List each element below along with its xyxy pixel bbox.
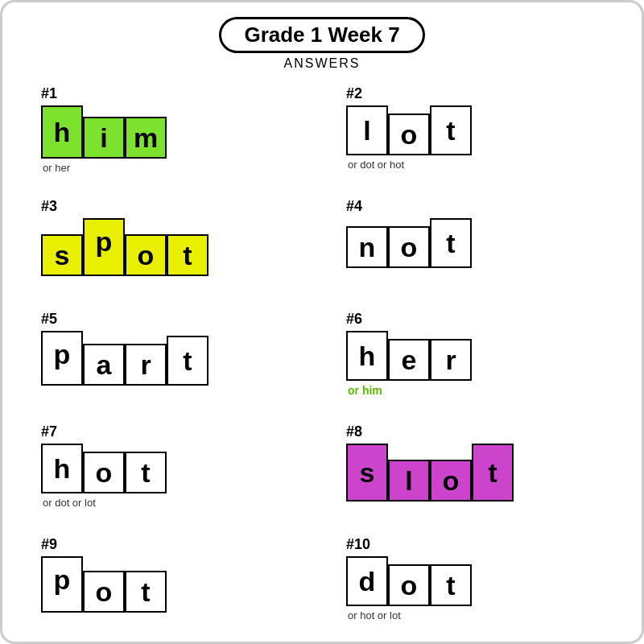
answer-cell-7: #7hotor dot or lot <box>17 417 322 530</box>
letter-box: t <box>430 105 472 155</box>
item-number-4: #4 <box>346 198 362 215</box>
answer-cell-8: #8slot <box>322 417 627 530</box>
header: Grade 1 Week 7 ANSWERS <box>17 17 627 71</box>
item-number-2: #2 <box>346 85 362 102</box>
letter-box: t <box>430 564 472 606</box>
letter-box: p <box>83 218 125 276</box>
word-row-7: hot <box>41 444 167 493</box>
title: Grade 1 Week 7 <box>219 17 424 53</box>
letter-box: m <box>125 117 167 159</box>
letter-box: o <box>83 452 125 493</box>
word-row-3: spot <box>41 218 208 276</box>
answers-grid: #1himor her#2lotor dot or hot#3spot#4not… <box>17 79 627 642</box>
answer-cell-9: #9pot <box>17 530 322 642</box>
word-row-8: slot <box>346 444 514 502</box>
letter-box: o <box>388 226 430 268</box>
letter-box: l <box>346 105 388 155</box>
letter-box: h <box>41 444 83 493</box>
letter-box: d <box>346 556 388 606</box>
word-row-10: dot <box>346 556 472 606</box>
letter-box: l <box>388 460 430 502</box>
letter-box: t <box>125 571 167 613</box>
word-row-5: part <box>41 331 208 386</box>
letter-box: r <box>430 339 472 381</box>
answer-cell-1: #1himor her <box>17 79 322 192</box>
letter-box: a <box>83 344 125 386</box>
letter-box: p <box>41 331 83 386</box>
item-number-3: #3 <box>41 198 57 215</box>
answer-cell-3: #3spot <box>17 192 322 304</box>
title-text: Grade 1 Week 7 <box>244 23 399 47</box>
letter-box: t <box>167 234 208 276</box>
answer-cell-4: #4not <box>322 192 627 304</box>
letter-box: o <box>388 564 430 606</box>
letter-box: r <box>125 344 167 386</box>
letter-box: s <box>346 444 388 502</box>
subtitle: ANSWERS <box>17 56 627 71</box>
alt-text-6: or him <box>346 384 382 397</box>
item-number-1: #1 <box>41 85 57 102</box>
letter-box: o <box>388 114 430 155</box>
letter-box: t <box>125 452 167 493</box>
item-number-10: #10 <box>346 536 370 553</box>
word-row-4: not <box>346 218 472 268</box>
item-number-7: #7 <box>41 423 57 440</box>
word-row-2: lot <box>346 105 472 155</box>
letter-box: h <box>41 105 83 159</box>
letter-box: e <box>388 339 430 381</box>
item-number-6: #6 <box>346 311 362 328</box>
letter-box: t <box>167 336 208 386</box>
letter-box: s <box>41 234 83 276</box>
answer-cell-2: #2lotor dot or hot <box>322 79 627 192</box>
word-row-9: pot <box>41 556 167 613</box>
item-number-8: #8 <box>346 423 362 440</box>
letter-box: t <box>472 444 514 502</box>
letter-box: o <box>83 571 125 613</box>
letter-box: t <box>430 218 472 268</box>
item-number-5: #5 <box>41 311 57 328</box>
answer-cell-6: #6heror him <box>322 304 627 417</box>
answer-cell-10: #10dotor hot or lot <box>322 530 627 642</box>
alt-text-1: or her <box>41 162 70 174</box>
word-row-6: her <box>346 331 472 381</box>
word-row-1: him <box>41 105 167 159</box>
letter-box: i <box>83 117 125 159</box>
answer-cell-5: #5part <box>17 304 322 417</box>
page: Grade 1 Week 7 ANSWERS #1himor her#2loto… <box>0 0 644 644</box>
letter-box: n <box>346 226 388 268</box>
alt-text-7: or dot or lot <box>41 497 96 509</box>
alt-text-10: or hot or lot <box>346 609 401 621</box>
letter-box: p <box>41 556 83 613</box>
letter-box: o <box>430 460 472 502</box>
letter-box: o <box>125 234 167 276</box>
letter-box: h <box>346 331 388 381</box>
alt-text-2: or dot or hot <box>346 159 404 171</box>
item-number-9: #9 <box>41 536 57 553</box>
